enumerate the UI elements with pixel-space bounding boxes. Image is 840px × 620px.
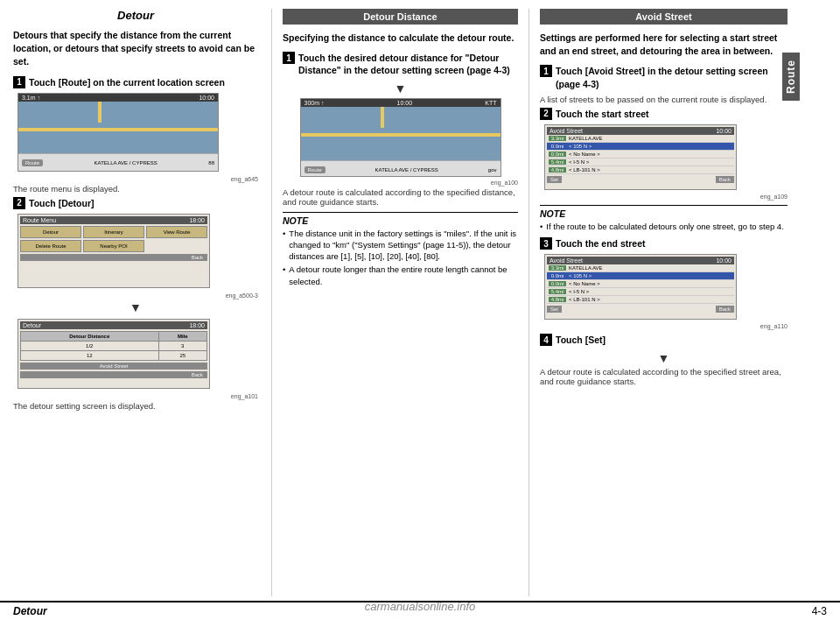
dist-val4[interactable]: 25 [158,351,206,361]
avoid2-dist-4: 4.8mi [549,297,566,302]
col-right: Route Avoid Street Settings are performe… [529,9,788,596]
avoid2-name-3: < I-5 N > [569,289,589,294]
avoid-row-3[interactable]: 5.4mi < I-5 N > [547,159,734,166]
detour-time: 18:00 [189,322,205,328]
detour-title: Detour [23,322,41,328]
step2-num: 2 [13,197,25,209]
avoid-header-1: Avoid Street 10:00 [547,127,734,135]
avoid2-dist-2: 0.0mi [549,281,566,286]
route-menu-screenshot: Route Menu 18:00 Detour Itinerary View R… [18,214,210,288]
detour-btn[interactable]: Detour [20,226,81,238]
avoid-bottom-1: Set Back [547,176,734,183]
right-step3-num: 3 [540,237,552,250]
avoid-name-2: < No Name > [569,151,600,157]
right-step1-num: 1 [540,65,552,77]
avoid-dist-2: 0.0mi [549,151,566,157]
route-btn[interactable]: Route [22,159,43,166]
avoid-dist-0: 3.3mi [549,136,566,141]
section-title: Detour [13,9,258,22]
view-route-btn[interactable]: View Route [146,226,207,238]
bullet-dot-1: • [283,228,285,263]
caption1: The route menu is displayed. [13,184,258,194]
nearby-poi-btn[interactable]: Nearby POI [83,240,144,252]
nav-info: 3.1m ↑ [22,95,40,101]
back-btn-2[interactable]: Back [716,306,734,313]
right-note-bullet: • If the route to be calculated detours … [540,221,788,232]
intro-text: Detours that specify the distance from t… [13,29,258,69]
avoid-row-4[interactable]: 4.8mi < LB-101 N > [547,166,734,174]
detour-back-btn[interactable]: Back [20,371,207,378]
back-btn[interactable]: Back [20,254,207,261]
set-btn-2[interactable]: Set [547,306,562,313]
right-caption-final: A detour route is calculated according t… [540,367,788,386]
middle-step1-text: Touch the desired detour distance for "D… [298,52,518,76]
street-name: KATELLA AVE / CYPRESS [94,160,158,166]
avoid-dist-4: 4.8mi [549,167,566,173]
avoid2-name-1: < 105 N > [569,273,592,278]
nav-screenshot-1: 3.1m ↑ 10:00 Route KATELLA AVE / CYPRESS… [18,93,219,172]
note-text: • The distance unit in the factory setti… [283,228,518,287]
middle-step1-header: 1 Touch the desired detour distance for … [283,52,518,76]
calc-header-bar: 300m ↑ 10:00 KTT [301,99,500,107]
right-step4-num: 4 [540,334,552,346]
avoid-street-btn[interactable]: Avoid Street [20,363,207,370]
step2-header: 2 Touch [Detour] [13,197,258,209]
step1-num: 1 [13,76,25,88]
note-title: NOTE [283,215,518,226]
avoid2-dist-3: 5.4mi [549,289,566,294]
right-step3-header: 3 Touch the end street [540,237,788,250]
dist-val3[interactable]: 12 [21,351,159,361]
avoid2-row-2[interactable]: 0.0mi < No Name > [547,280,734,288]
set-btn-1[interactable]: Set [547,176,562,183]
avoid-dist-3: 5.4mi [549,159,566,165]
avoid2-dist-1: 0.0mi [549,273,566,278]
avoid-name-0: KATELLA AVE [569,136,602,141]
col-distance: Detour Distance [21,332,159,342]
footer-left: Detour [13,605,47,617]
avoid-screenshot-1: Avoid Street 10:00 3.3mi KATELLA AVE 0.0… [544,124,737,190]
calc-route-btn[interactable]: Route [304,166,326,173]
down-arrow-right: ▼ [540,351,788,365]
avoid-screenshot-2: Avoid Street 10:00 3.3mi KATELLA AVE 0.0… [544,254,737,320]
note-bullet-2: • A detour route longer than the entire … [283,264,518,287]
right-step4-text: Touch [Set] [556,334,606,346]
caption2: The detour setting screen is displayed. [13,401,258,411]
avoid2-name-0: KATELLA AVE [569,265,602,271]
calc-road [301,133,500,137]
step2-text: Touch [Detour] [29,197,94,209]
delete-route-btn[interactable]: Delete Route [20,240,81,252]
note-bullet-1: • The distance unit in the factory setti… [283,228,518,263]
avoid2-row-3[interactable]: 5.4mi < I-5 N > [547,288,734,296]
right-bullet-dot: • [540,221,542,232]
avoid-screen-1: Avoid Street 10:00 3.3mi KATELLA AVE 0.0… [545,125,736,189]
right-note-content: If the route to be calculated detours on… [546,221,783,232]
avoid-row-0[interactable]: 3.3mi KATELLA AVE [547,135,734,143]
footer-right: 4-3 [812,605,827,617]
right-step1-text: Touch [Avoid Street] in the detour setti… [556,65,788,89]
back-btn-1[interactable]: Back [716,176,734,183]
calc-road2 [381,107,384,129]
dist-val2[interactable]: 3 [158,342,206,351]
avoid-screen-2: Avoid Street 10:00 3.3mi KATELLA AVE 0.0… [545,255,736,319]
dist-val1[interactable]: 1/2 [21,342,159,351]
nav-road [18,128,218,131]
right-step1-header: 1 Touch [Avoid Street] in the detour set… [540,65,788,89]
avoid-row-1[interactable]: 0.0mi < 105 N > [547,143,734,151]
right-step4-header: 4 Touch [Set] [540,334,788,346]
avoid-title-2: Avoid Street [550,257,583,264]
detour-setting-screenshot: Detour 18:00 Detour Distance Mile 1/2 3 [18,319,210,389]
col-left: Detour Detours that specify the distance… [13,9,271,596]
avoid2-row-1[interactable]: 0.0mi < 105 N > [547,272,734,280]
avoid2-row-4[interactable]: 4.8mi < LB-101 N > [547,296,734,304]
avoid-name-1: < 105 N > [569,144,592,149]
avoid-row-2[interactable]: 0.0mi < No Name > [547,151,734,159]
calc-gov: gov [488,167,497,173]
itinerary-btn[interactable]: Itinerary [83,226,144,238]
main-content: Detour Detours that specify the distance… [0,0,840,601]
calc-bottom-bar: Route KATELLA AVE / CYPRESS gov [301,160,500,176]
right-note-title: NOTE [540,208,788,219]
avoid2-row-0[interactable]: 3.3mi KATELLA AVE [547,264,734,272]
nav-road2 [98,102,102,123]
nav-bottom-bar: Route KATELLA AVE / CYPRESS 88 [18,153,218,170]
note-content-1: The distance unit in the factory setting… [289,228,518,263]
